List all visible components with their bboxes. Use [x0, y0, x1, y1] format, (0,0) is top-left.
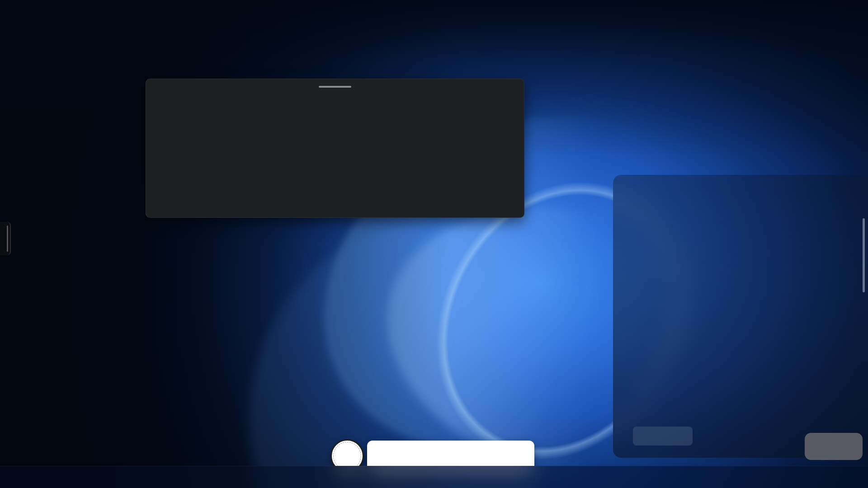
taskbar: [0, 466, 868, 488]
keyboard-toolbar: [151, 92, 519, 104]
topbar-widgets: [0, 0, 868, 26]
windows-desktop: [0, 0, 868, 488]
keyboard-drag-handle[interactable]: [319, 86, 351, 88]
touch-keyboard-window[interactable]: [146, 79, 524, 218]
keyboard-titlebar[interactable]: [151, 81, 519, 92]
dismiss-class-button[interactable]: [633, 427, 693, 446]
quick-access-box: [805, 433, 863, 460]
partial-window-edge: [0, 222, 11, 255]
panel-scrollbar[interactable]: [863, 218, 865, 292]
seewo-side-panel: [613, 175, 868, 458]
keyboard-keys: [151, 106, 519, 213]
